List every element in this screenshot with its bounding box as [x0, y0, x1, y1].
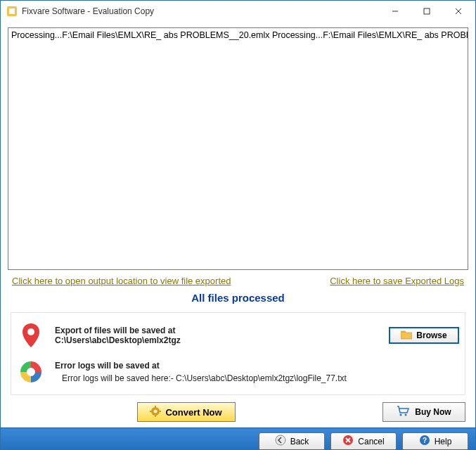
cancel-icon	[342, 435, 354, 448]
svg-point-13	[400, 413, 402, 416]
maximize-button[interactable]	[411, 1, 442, 21]
export-path-text: Export of files will be saved at C:\User…	[55, 326, 389, 345]
window-controls	[379, 1, 474, 21]
buy-now-button[interactable]: Buy Now	[382, 402, 465, 422]
gear-icon	[150, 406, 161, 419]
open-output-link[interactable]: Click here to open output location to vi…	[12, 276, 231, 286]
titlebar: Fixvare Software - Evaluation Copy	[1, 1, 475, 22]
svg-point-15	[276, 435, 285, 445]
svg-rect-11	[150, 411, 152, 412]
status-message: All files processed	[8, 289, 468, 312]
convert-now-button[interactable]: Convert Now	[137, 402, 236, 422]
cart-icon	[397, 406, 409, 419]
close-button[interactable]	[442, 1, 474, 21]
back-button[interactable]: Back	[259, 432, 325, 451]
svg-point-14	[405, 413, 407, 416]
svg-point-6	[27, 328, 34, 335]
error-log-text: Error logs will be saved at Error logs w…	[55, 361, 459, 383]
folder-icon	[401, 330, 412, 342]
save-logs-link[interactable]: Click here to save Exported Logs	[330, 276, 464, 286]
location-pin-icon	[17, 321, 45, 349]
svg-rect-3	[424, 8, 430, 14]
svg-rect-9	[155, 406, 156, 408]
browse-button[interactable]: Browse	[389, 327, 459, 344]
window-title: Fixvare Software - Evaluation Copy	[22, 6, 154, 16]
help-button[interactable]: ? Help	[402, 432, 468, 451]
processing-log[interactable]: Processing...F:\Email Files\EMLX\RE_ abs…	[8, 27, 468, 270]
svg-rect-12	[159, 411, 161, 412]
help-icon: ?	[419, 435, 430, 448]
svg-point-8	[154, 409, 157, 413]
svg-text:?: ?	[423, 437, 427, 444]
arrow-left-icon	[275, 435, 286, 448]
bottom-nav-bar: Back Cancel ? Help	[1, 428, 475, 450]
pie-chart-icon	[17, 358, 45, 386]
svg-rect-1	[9, 8, 15, 14]
info-panel: Export of files will be saved at C:\User…	[11, 312, 465, 395]
minimize-button[interactable]	[379, 1, 411, 21]
app-icon	[6, 6, 18, 17]
cancel-button[interactable]: Cancel	[330, 432, 397, 451]
svg-rect-10	[155, 415, 156, 417]
